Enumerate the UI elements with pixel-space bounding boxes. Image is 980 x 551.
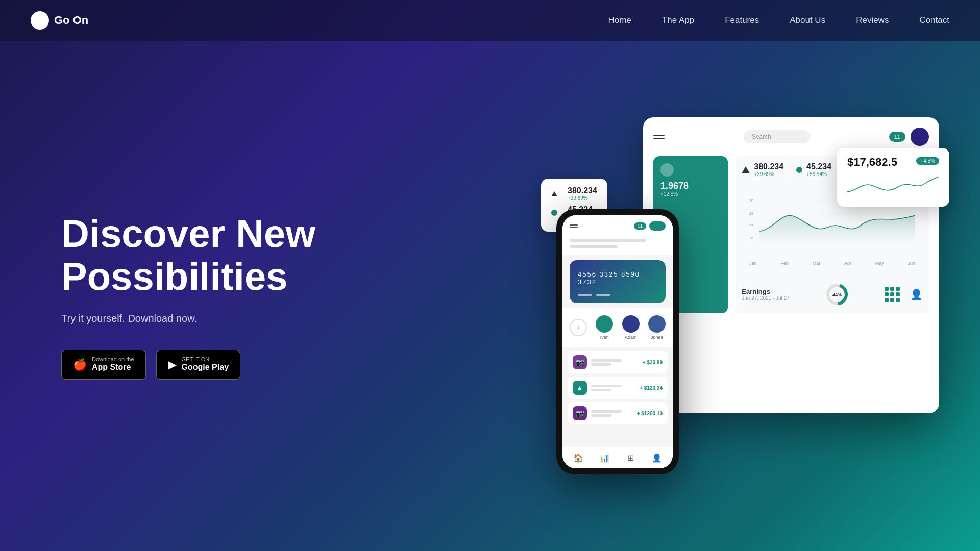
stat-380-values: 380.234 +39.69% (568, 186, 597, 201)
phone-header: 11 (562, 215, 673, 235)
logo-text: Go On (54, 14, 88, 27)
price-mini-chart (847, 171, 939, 197)
transaction-amount-2: + $120.34 (640, 385, 663, 391)
stat-2-values: 45.234 +56.54% (806, 162, 831, 177)
contact-jones-avatar (648, 315, 666, 333)
nav-features[interactable]: Features (725, 15, 759, 26)
dot-icon (551, 210, 557, 216)
nav-chart-icon[interactable]: 📊 (599, 452, 610, 463)
tline-2b (591, 389, 611, 391)
transaction-icon-2: ▲ (573, 381, 587, 395)
contact-adam-avatar (622, 315, 640, 333)
phone-credit-card: 4556 3325 8590 3732 (570, 260, 666, 303)
card-number: 4556 3325 8590 3732 (578, 270, 657, 286)
phone-toggle (649, 221, 666, 231)
chart-months: JanFebMarAprMayJun (749, 261, 915, 266)
desktop-header: Search 11 (653, 128, 929, 146)
playstore-button[interactable]: ▶ GET IT ON Google Play (156, 350, 240, 380)
price-header: $17,682.5 +4.5% (847, 156, 939, 169)
contact-ivan-avatar (596, 315, 613, 333)
contact-adam: Adam (622, 315, 640, 340)
earnings-section: Earnings Jun 27, 2021 - Jul 27 44% (742, 282, 923, 307)
notif-badge: 11 (889, 132, 905, 142)
transaction-item-1: 📷 + $30.89 (568, 351, 668, 373)
balance-bar-2 (570, 245, 618, 248)
tline-1b (591, 363, 611, 366)
phone-transactions: 📷 + $30.89 (562, 347, 673, 447)
card-line-2 (596, 294, 610, 296)
transaction-lines-1 (591, 359, 622, 366)
mockups-container: Search 11 1.9678 +12.5% (556, 117, 939, 474)
appstore-button[interactable]: 🍎 Download on the App Store (61, 350, 146, 380)
contact-jones: Jones (648, 315, 666, 340)
svg-text:29: 29 (749, 198, 753, 203)
bottom-nav-icons: 👤 (885, 287, 923, 302)
desktop-header-right: 11 (889, 128, 929, 146)
hamburger-icon (653, 135, 665, 139)
playstore-text: GET IT ON Google Play (182, 357, 229, 373)
transaction-amount-3: + $1200.10 (637, 411, 663, 416)
nav-contact[interactable]: Contact (919, 15, 949, 26)
logo[interactable]: ◑ Go On (31, 11, 88, 30)
transaction-item-2: ▲ + $120.34 (568, 377, 668, 399)
transaction-icon-3: 📷 (573, 406, 587, 420)
phone-hamburger-icon (570, 224, 578, 228)
svg-text:27: 27 (749, 223, 753, 228)
desktop-search: Search (744, 130, 810, 143)
stat-row-2: 45.234 +56.54% (796, 162, 831, 177)
nav-grid-icon[interactable]: ⊞ (625, 452, 636, 463)
nav-the-app[interactable]: The App (662, 15, 694, 26)
phone-mockup: 11 4556 3325 8590 3732 (556, 209, 679, 474)
nav-home-icon[interactable]: 🏠 (573, 452, 584, 463)
hero-text: Discover New Possibilities Try it yourse… (61, 212, 315, 380)
nav-profile-icon[interactable]: 👤 (651, 452, 663, 463)
transaction-left-1: 📷 (573, 355, 622, 369)
svg-text:26: 26 (749, 236, 753, 240)
stat-1-values: 380.234 +39.69% (754, 162, 783, 177)
nav-home[interactable]: Home (608, 15, 631, 26)
logo-icon: ◑ (31, 11, 49, 30)
contact-add-icon: + (570, 319, 587, 336)
hero-section: ◑ Go On Home The App Features About Us R… (0, 0, 980, 551)
person-icon: 👤 (910, 288, 923, 300)
navbar: ◑ Go On Home The App Features About Us R… (0, 0, 980, 41)
transaction-lines-3 (591, 410, 622, 417)
phone-screen: 11 4556 3325 8590 3732 (562, 215, 673, 468)
card-line-1 (578, 294, 592, 296)
nav-about-us[interactable]: About Us (790, 15, 825, 26)
tline-1a (591, 359, 622, 362)
svg-text:44%: 44% (832, 292, 842, 297)
cta-buttons: 🍎 Download on the App Store ▶ GET IT ON … (61, 350, 315, 380)
transaction-amount-1: + $30.89 (643, 360, 663, 365)
transaction-icon-1: 📷 (573, 355, 587, 369)
grid-icon (885, 287, 900, 302)
hero-content: Discover New Possibilities Try it yourse… (0, 41, 980, 551)
avatar-circle (911, 128, 929, 146)
card-lines (578, 294, 657, 296)
transaction-item-3: 📷 + $1200.10 (568, 402, 668, 424)
tline-3a (591, 410, 622, 413)
transaction-left-3: 📷 (573, 406, 622, 420)
transaction-lines-2 (591, 385, 622, 391)
transaction-left-2: ▲ (573, 381, 622, 395)
stat-row-380: 380.234 +39.69% (551, 186, 597, 201)
stat-row-1: 380.234 +39.69% (742, 162, 783, 177)
donut-chart: 44% (824, 282, 850, 307)
appstore-text: Download on the App Store (92, 357, 134, 373)
tline-3b (591, 414, 611, 417)
phone-balance-section (562, 235, 673, 255)
hero-title: Discover New Possibilities (61, 212, 315, 297)
nav-reviews[interactable]: Reviews (856, 15, 889, 26)
phone-nav: 🏠 📊 ⊞ 👤 (562, 447, 673, 468)
phone-notif-badge: 11 (634, 222, 646, 230)
contact-add: + (570, 319, 587, 336)
earnings-text: Earnings Jun 27, 2021 - Jul 27 (742, 288, 789, 301)
svg-text:28: 28 (749, 211, 753, 216)
phone-badges: 11 (634, 221, 666, 231)
hero-subtitle: Try it yourself. Download now. (61, 313, 315, 324)
balance-bar-1 (570, 239, 646, 242)
floating-price-card: $17,682.5 +4.5% (837, 148, 949, 207)
contact-ivan: Ivan (596, 315, 613, 340)
triangle-icon (551, 191, 557, 196)
tline-2a (591, 385, 622, 387)
